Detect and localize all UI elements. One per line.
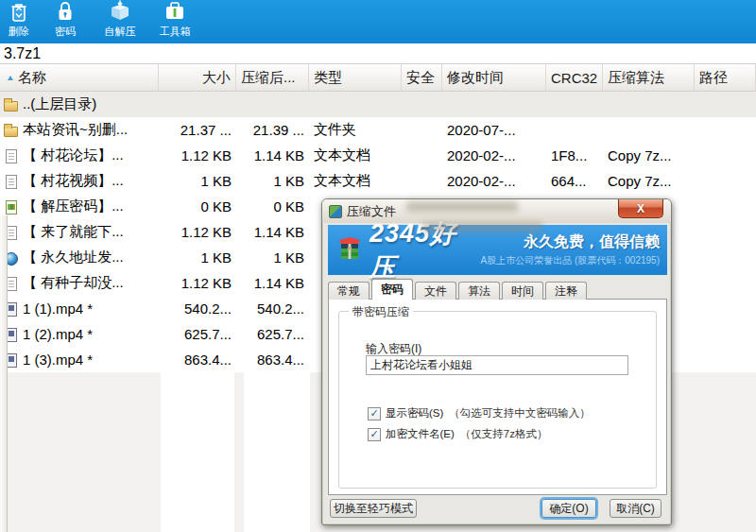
- table-row[interactable]: 【 村花论坛】... 1.12 KB 1.14 KB 文本文档 2020-02-…: [0, 143, 756, 168]
- file-name-cell: 1 (3).mp4 *: [0, 352, 159, 368]
- file-name-cell: 本站资讯~别删...: [0, 121, 159, 139]
- cancel-button[interactable]: 取消(C): [610, 499, 662, 518]
- show-password-checkbox[interactable]: ✓ 显示密码(S) （勾选可支持中文密码输入）: [368, 406, 591, 420]
- file-packed-cell: 1 KB: [236, 173, 309, 189]
- file-packed-cell: 1 KB: [236, 249, 309, 266]
- archive-name: 3.7z1: [4, 45, 41, 62]
- file-size-cell: 625.7...: [159, 326, 236, 342]
- file-name-cell: 1 (1).mp4 *: [0, 300, 159, 317]
- column-header-packed[interactable]: 压缩后...: [236, 64, 309, 91]
- file-name-cell: 【 来了就能下...: [0, 223, 159, 241]
- sfx-button[interactable]: 自解压: [93, 0, 147, 37]
- compress-dialog: 压缩文件 X 2345好压 永久免费，值得信赖 A股上市公司荣誉出品: [321, 198, 672, 525]
- packed-column-strip: [244, 372, 310, 532]
- file-crc32-cell: 664...: [546, 173, 603, 189]
- lock-icon: [53, 0, 77, 26]
- tab-file[interactable]: 文件: [415, 282, 456, 300]
- password-input[interactable]: [366, 355, 628, 375]
- file-size-cell: 540.2...: [159, 300, 236, 317]
- file-name-cell: 【 村花视频】...: [0, 172, 159, 190]
- toolbar: 删除 密码 自解压: [0, 0, 756, 43]
- column-header-method[interactable]: 压缩算法: [603, 64, 695, 91]
- file-type-cell: 文本文档: [309, 172, 402, 190]
- column-header-path[interactable]: 路径: [695, 64, 756, 91]
- dialog-tabs: 常规密码文件算法时间注释: [328, 279, 589, 299]
- file-crc32-cell: 1F8...: [546, 147, 603, 163]
- haozip-window: 删除 密码 自解压: [0, 0, 756, 532]
- toolbar-label: 删除: [9, 26, 29, 37]
- file-type-cell: 文本文档: [309, 146, 402, 164]
- toolbar-label: 自解压: [105, 26, 136, 37]
- column-header-security[interactable]: 安全: [402, 64, 442, 91]
- file-modified-cell: 2020-02-...: [442, 147, 546, 163]
- toolbox-button[interactable]: 工具箱: [147, 0, 202, 37]
- password-button[interactable]: 密码: [38, 0, 93, 37]
- file-size-cell: 1 KB: [159, 249, 236, 266]
- column-header-modified[interactable]: 修改时间: [442, 64, 546, 91]
- tab-comment[interactable]: 注释: [545, 282, 587, 300]
- password-tab-panel: 带密码压缩 输入密码(I) ✓ 显示密码(S) （勾选可支持中文密码输入） ✓ …: [328, 299, 667, 495]
- column-header-size[interactable]: 大小: [159, 64, 236, 91]
- file-packed-cell: 1.14 KB: [236, 224, 309, 240]
- dialog-footer: 切换至轻巧模式 确定(O) 取消(C): [322, 494, 671, 524]
- column-header-name[interactable]: 名称: [0, 64, 159, 91]
- table-row[interactable]: ..(上层目录): [0, 92, 756, 117]
- tab-algorithm[interactable]: 算法: [458, 282, 500, 300]
- sfx-box-icon: [108, 0, 132, 26]
- image-file-icon: [4, 199, 19, 215]
- ok-button[interactable]: 确定(O): [541, 499, 596, 518]
- file-method-cell: Copy 7z...: [603, 173, 695, 189]
- file-packed-cell: 1.14 KB: [236, 275, 309, 291]
- text-file-icon: [4, 174, 19, 189]
- toolbar-label: 工具箱: [160, 26, 191, 37]
- address-bar[interactable]: 3.7z1: [0, 43, 756, 64]
- text-file-icon: [4, 148, 19, 163]
- blurred-region: [421, 222, 542, 232]
- window-left-edge: [0, 215, 8, 532]
- column-header-crc32[interactable]: CRC32: [546, 64, 603, 91]
- brand-slogan: 永久免费，值得信赖: [481, 232, 660, 252]
- file-name-cell: 【 解压密码】...: [0, 197, 159, 215]
- sort-ascending-icon: [8, 76, 13, 80]
- trash-icon: [7, 0, 31, 26]
- folder-up-icon: [4, 97, 19, 112]
- file-packed-cell: 540.2...: [236, 300, 309, 317]
- table-row[interactable]: 本站资讯~别删... 21.37 ... 21.39 ... 文件夹 2020-…: [0, 117, 756, 143]
- file-type-cell: 文件夹: [309, 121, 402, 139]
- archive-icon: [329, 205, 342, 218]
- file-packed-cell: 625.7...: [236, 326, 309, 342]
- file-size-cell: 1.12 KB: [159, 275, 236, 291]
- delete-button[interactable]: 删除: [0, 0, 38, 37]
- file-name-cell: 【 村花论坛】...: [0, 146, 159, 164]
- switch-mode-button[interactable]: 切换至轻巧模式: [330, 499, 417, 518]
- file-packed-cell: 21.39 ...: [236, 122, 309, 138]
- column-header-row: 名称 大小 压缩后... 类型 安全 修改时间 CRC32 压缩算法 路径: [0, 64, 756, 92]
- file-size-cell: 1 KB: [159, 173, 236, 189]
- file-packed-cell: 0 KB: [236, 198, 309, 215]
- toolbox-icon: [163, 0, 187, 26]
- tab-general[interactable]: 常规: [328, 282, 369, 300]
- haozip-logo-icon: [335, 234, 364, 266]
- file-size-cell: 1.12 KB: [159, 147, 236, 163]
- close-icon: X: [637, 202, 644, 215]
- encrypt-filenames-checkbox[interactable]: ✓ 加密文件名(E) （仅支持7z格式）: [368, 427, 548, 441]
- brand-subtitle: A股上市公司荣誉出品 (股票代码：002195): [481, 254, 660, 267]
- file-packed-cell: 863.4...: [236, 352, 309, 368]
- file-name-cell: 【 有种子却没...: [0, 274, 159, 292]
- size-column-strip: [161, 372, 234, 532]
- toolbar-label: 密码: [55, 26, 76, 37]
- file-size-cell: 863.4...: [159, 352, 236, 368]
- file-size-cell: 21.37 ...: [159, 122, 236, 138]
- file-name-cell: ..(上层目录): [0, 95, 159, 113]
- table-row[interactable]: 【 村花视频】... 1 KB 1 KB 文本文档 2020-02-... 66…: [0, 168, 756, 194]
- tab-time[interactable]: 时间: [502, 282, 543, 300]
- close-button[interactable]: X: [618, 199, 663, 218]
- password-groupbox: 带密码压缩 输入密码(I) ✓ 显示密码(S) （勾选可支持中文密码输入） ✓ …: [338, 311, 657, 489]
- file-modified-cell: 2020-07-...: [442, 122, 546, 138]
- checkbox-checked-icon: ✓: [368, 407, 381, 420]
- file-packed-cell: 1.14 KB: [236, 147, 309, 163]
- column-header-type[interactable]: 类型: [309, 64, 402, 91]
- folder-icon: [4, 123, 19, 138]
- tab-password[interactable]: 密码: [371, 279, 413, 300]
- file-method-cell: Copy 7z...: [603, 147, 695, 163]
